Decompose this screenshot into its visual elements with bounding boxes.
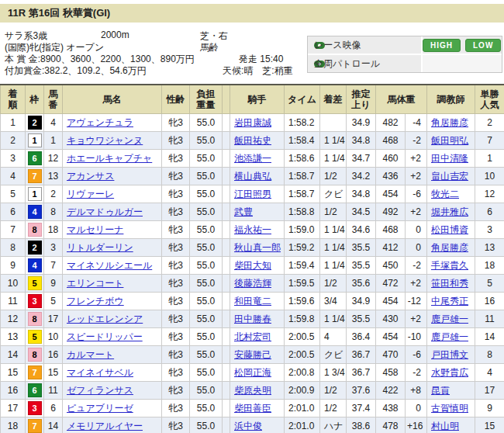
carried-weight-cell: 55.0 [190, 346, 223, 364]
horse-name-link[interactable]: アカンサス [67, 171, 114, 182]
race-title-bar: 11R 第16回 秋華賞(GI) [0, 4, 504, 23]
jockey-link[interactable]: 福永祐一 [234, 224, 271, 235]
horse-name-link[interactable]: エリンコート [67, 278, 123, 289]
horse-name-link[interactable]: カルマート [67, 349, 114, 360]
trainer-link[interactable]: 昆貢 [431, 385, 450, 396]
trainer-link[interactable]: 鹿戸雄一 [431, 313, 468, 324]
trainer-link[interactable]: 手塚貴久 [431, 260, 468, 271]
horse-name-link[interactable]: マイネイサベル [67, 367, 133, 378]
trainer-cell: 角居勝彦 [427, 114, 475, 132]
jockey-link[interactable]: 田中勝春 [234, 313, 271, 324]
horse-name-link[interactable]: キョウワジャンヌ [67, 135, 143, 146]
trainer-link[interactable]: 角居勝彦 [431, 117, 468, 128]
body-weight-cell: 472 [376, 275, 406, 293]
trainer-link[interactable]: 堀井雅広 [431, 206, 468, 217]
horse-name-cell: アヴェンチュラ [63, 114, 162, 132]
jockey-link[interactable]: 秋山真一郎 [234, 242, 281, 253]
trainer-link[interactable]: 飯田明弘 [431, 135, 468, 146]
trainer-link[interactable]: 牧光二 [431, 189, 459, 199]
trainer-cell: 畠山吉宏 [427, 168, 475, 185]
jockey-cell: 飯田祐史 [230, 132, 285, 150]
margin-cell: ハナ [320, 417, 347, 433]
trainer-link[interactable]: 鹿戸雄一 [431, 331, 468, 342]
horse-name-link[interactable]: マイネソルシエール [67, 260, 152, 271]
jockey-link[interactable]: 柴田大知 [234, 260, 271, 271]
sex-age-cell: 牝3 [162, 114, 190, 132]
horse-name-link[interactable]: デルマドゥルガー [67, 206, 143, 217]
jockey-link[interactable]: 横山典弘 [234, 171, 271, 182]
finish-position-cell: 9 [1, 257, 26, 275]
low-quality-button[interactable]: LOW [465, 39, 501, 52]
horse-name-link[interactable]: マルセリーナ [67, 224, 123, 235]
trainer-link[interactable]: 中尾秀正 [431, 296, 468, 307]
trainer-link[interactable]: 古賀慎明 [431, 403, 468, 414]
blank-cell [223, 132, 230, 150]
body-weight-cell: 436 [376, 168, 406, 185]
horse-name-link[interactable]: ゼフィランサス [67, 385, 133, 396]
jockey-link[interactable]: 北村宏司 [234, 331, 271, 342]
horse-number-cell: 7 [44, 257, 63, 275]
horse-name-link[interactable]: メモリアルイヤー [67, 421, 143, 431]
trainer-link[interactable]: 畠山吉宏 [431, 171, 468, 182]
trainer-link[interactable]: 村山明 [431, 421, 459, 431]
jockey-link[interactable]: 岩田康誠 [234, 117, 271, 128]
jockey-link[interactable]: 柴田善臣 [234, 403, 271, 414]
popularity-cell: 1 [475, 150, 504, 168]
horse-name-link[interactable]: フレンチボウ [67, 296, 124, 307]
last-3f-cell: 34.9 [347, 114, 376, 132]
frame-cell: 8 [26, 221, 44, 239]
finish-position-cell: 16 [1, 382, 26, 400]
header-last-3f: 推定 上り [347, 85, 376, 114]
horse-name-link[interactable]: ホエールキャプチャ [67, 153, 152, 164]
horse-name-link[interactable]: スピードリッパー [67, 331, 143, 342]
high-quality-button[interactable]: HIGH [423, 39, 461, 52]
trainer-link[interactable]: 角居勝彦 [431, 242, 468, 253]
jockey-cell: 柴田善臣 [230, 400, 285, 417]
trainer-link[interactable]: 松田博資 [431, 224, 468, 235]
jockey-cell: 秋山真一郎 [230, 239, 285, 257]
trainer-cell: 古賀慎明 [427, 400, 475, 417]
trainer-cell: 昆貢 [427, 382, 475, 400]
table-row: 1 2 4 アヴェンチュラ 牝3 55.0 岩田康誠 1:58.2 34.9 4… [1, 114, 504, 132]
table-row: 17 3 6 ピュアブリーゼ 牝3 55.0 柴田善臣 2:01.0 1/2 3… [1, 400, 504, 417]
trainer-cell: 笹田和秀 [427, 275, 475, 293]
frame-cell: 3 [26, 293, 44, 310]
weight-diff-cell: +2 [406, 203, 427, 221]
last-3f-cell: 35.5 [347, 257, 376, 275]
trainer-link[interactable]: 田中清隆 [431, 153, 468, 164]
horse-name-link[interactable]: リヴァーレ [67, 189, 114, 199]
jockey-link[interactable]: 浜中俊 [234, 421, 262, 431]
last-3f-cell: 34.2 [347, 168, 376, 185]
results-tbody: 1 2 4 アヴェンチュラ 牝3 55.0 岩田康誠 1:58.2 34.9 4… [1, 114, 504, 433]
frame-badge: 3 [28, 401, 42, 415]
trainer-link[interactable]: 笹田和秀 [431, 278, 468, 289]
trainer-link[interactable]: 水野貴広 [431, 367, 468, 378]
jockey-link[interactable]: 池添謙一 [234, 153, 271, 164]
time-cell: 1:59.6 [285, 293, 320, 310]
jockey-link[interactable]: 江田照男 [234, 189, 271, 199]
horse-name-link[interactable]: ピュアブリーゼ [67, 403, 133, 414]
jockey-link[interactable]: 柴原央明 [234, 385, 271, 396]
patrol-video-row: 全周パトロール [308, 55, 502, 72]
horse-number-cell: 8 [44, 203, 63, 221]
jockey-link[interactable]: 飯田祐史 [234, 135, 271, 146]
horse-name-link[interactable]: リトルダーリン [67, 242, 133, 253]
blank-cell [223, 382, 230, 400]
weight-diff-cell: 0 [406, 400, 427, 417]
jockey-link[interactable]: 後藤浩輝 [234, 278, 271, 289]
jockey-cell: 江田照男 [230, 185, 285, 203]
frame-cell: 1 [26, 185, 44, 203]
body-weight-cell: 468 [376, 132, 406, 150]
horse-number-cell: 9 [44, 275, 63, 293]
sex-age-cell: 牝3 [162, 132, 190, 150]
popularity-cell: 7 [475, 132, 504, 150]
weight-diff-cell: -10 [406, 328, 427, 346]
jockey-link[interactable]: 和田竜二 [234, 296, 271, 307]
jockey-link[interactable]: 安藤勝己 [234, 349, 271, 360]
horse-name-link[interactable]: レッドエレンシア [67, 313, 143, 324]
jockey-link[interactable]: 松岡正海 [234, 367, 271, 378]
horse-name-link[interactable]: アヴェンチュラ [67, 117, 133, 128]
last-3f-cell: 34.5 [347, 203, 376, 221]
trainer-link[interactable]: 戸田博文 [431, 349, 468, 360]
jockey-link[interactable]: 武豊 [234, 206, 253, 217]
